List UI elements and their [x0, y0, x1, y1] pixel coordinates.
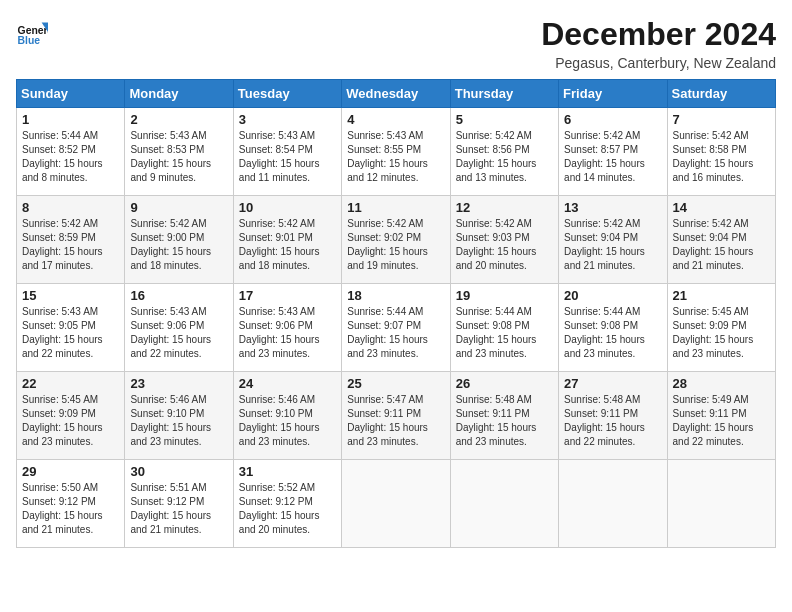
calendar-day-cell: 30Sunrise: 5:51 AMSunset: 9:12 PMDayligh…: [125, 460, 233, 548]
calendar-week-row: 29Sunrise: 5:50 AMSunset: 9:12 PMDayligh…: [17, 460, 776, 548]
day-number: 7: [673, 112, 770, 127]
day-number: 20: [564, 288, 661, 303]
day-number: 28: [673, 376, 770, 391]
calendar-day-cell: 17Sunrise: 5:43 AMSunset: 9:06 PMDayligh…: [233, 284, 341, 372]
day-number: 17: [239, 288, 336, 303]
day-number: 10: [239, 200, 336, 215]
weekday-header: Friday: [559, 80, 667, 108]
day-number: 26: [456, 376, 553, 391]
calendar-day-cell: 24Sunrise: 5:46 AMSunset: 9:10 PMDayligh…: [233, 372, 341, 460]
weekday-header: Monday: [125, 80, 233, 108]
day-info: Sunrise: 5:44 AMSunset: 9:07 PMDaylight:…: [347, 305, 444, 361]
calendar-day-cell: [342, 460, 450, 548]
day-number: 19: [456, 288, 553, 303]
day-info: Sunrise: 5:44 AMSunset: 9:08 PMDaylight:…: [564, 305, 661, 361]
calendar-day-cell: 4Sunrise: 5:43 AMSunset: 8:55 PMDaylight…: [342, 108, 450, 196]
day-info: Sunrise: 5:49 AMSunset: 9:11 PMDaylight:…: [673, 393, 770, 449]
day-number: 6: [564, 112, 661, 127]
day-info: Sunrise: 5:42 AMSunset: 8:58 PMDaylight:…: [673, 129, 770, 185]
day-info: Sunrise: 5:43 AMSunset: 9:05 PMDaylight:…: [22, 305, 119, 361]
day-number: 1: [22, 112, 119, 127]
day-number: 18: [347, 288, 444, 303]
calendar-day-cell: 28Sunrise: 5:49 AMSunset: 9:11 PMDayligh…: [667, 372, 775, 460]
day-info: Sunrise: 5:46 AMSunset: 9:10 PMDaylight:…: [239, 393, 336, 449]
day-info: Sunrise: 5:42 AMSunset: 9:02 PMDaylight:…: [347, 217, 444, 273]
day-info: Sunrise: 5:45 AMSunset: 9:09 PMDaylight:…: [22, 393, 119, 449]
day-info: Sunrise: 5:42 AMSunset: 9:04 PMDaylight:…: [564, 217, 661, 273]
day-number: 14: [673, 200, 770, 215]
weekday-header: Sunday: [17, 80, 125, 108]
calendar-day-cell: 19Sunrise: 5:44 AMSunset: 9:08 PMDayligh…: [450, 284, 558, 372]
day-info: Sunrise: 5:42 AMSunset: 8:56 PMDaylight:…: [456, 129, 553, 185]
day-info: Sunrise: 5:43 AMSunset: 8:54 PMDaylight:…: [239, 129, 336, 185]
calendar-day-cell: 22Sunrise: 5:45 AMSunset: 9:09 PMDayligh…: [17, 372, 125, 460]
title-block: December 2024 Pegasus, Canterbury, New Z…: [541, 16, 776, 71]
calendar-day-cell: 3Sunrise: 5:43 AMSunset: 8:54 PMDaylight…: [233, 108, 341, 196]
calendar-day-cell: 14Sunrise: 5:42 AMSunset: 9:04 PMDayligh…: [667, 196, 775, 284]
calendar-day-cell: 1Sunrise: 5:44 AMSunset: 8:52 PMDaylight…: [17, 108, 125, 196]
calendar-day-cell: 20Sunrise: 5:44 AMSunset: 9:08 PMDayligh…: [559, 284, 667, 372]
logo: General Blue: [16, 16, 48, 48]
calendar-day-cell: [450, 460, 558, 548]
day-info: Sunrise: 5:44 AMSunset: 8:52 PMDaylight:…: [22, 129, 119, 185]
calendar-day-cell: 18Sunrise: 5:44 AMSunset: 9:07 PMDayligh…: [342, 284, 450, 372]
day-info: Sunrise: 5:50 AMSunset: 9:12 PMDaylight:…: [22, 481, 119, 537]
day-number: 24: [239, 376, 336, 391]
calendar-day-cell: 16Sunrise: 5:43 AMSunset: 9:06 PMDayligh…: [125, 284, 233, 372]
day-number: 23: [130, 376, 227, 391]
calendar-day-cell: [667, 460, 775, 548]
day-info: Sunrise: 5:43 AMSunset: 8:55 PMDaylight:…: [347, 129, 444, 185]
calendar-table: SundayMondayTuesdayWednesdayThursdayFrid…: [16, 79, 776, 548]
calendar-day-cell: 9Sunrise: 5:42 AMSunset: 9:00 PMDaylight…: [125, 196, 233, 284]
day-info: Sunrise: 5:42 AMSunset: 8:59 PMDaylight:…: [22, 217, 119, 273]
day-number: 9: [130, 200, 227, 215]
calendar-week-row: 22Sunrise: 5:45 AMSunset: 9:09 PMDayligh…: [17, 372, 776, 460]
day-number: 4: [347, 112, 444, 127]
calendar-day-cell: 13Sunrise: 5:42 AMSunset: 9:04 PMDayligh…: [559, 196, 667, 284]
day-number: 29: [22, 464, 119, 479]
svg-text:Blue: Blue: [18, 35, 41, 46]
day-info: Sunrise: 5:42 AMSunset: 9:04 PMDaylight:…: [673, 217, 770, 273]
calendar-week-row: 1Sunrise: 5:44 AMSunset: 8:52 PMDaylight…: [17, 108, 776, 196]
calendar-day-cell: 21Sunrise: 5:45 AMSunset: 9:09 PMDayligh…: [667, 284, 775, 372]
calendar-day-cell: 31Sunrise: 5:52 AMSunset: 9:12 PMDayligh…: [233, 460, 341, 548]
month-title: December 2024: [541, 16, 776, 53]
calendar-day-cell: 2Sunrise: 5:43 AMSunset: 8:53 PMDaylight…: [125, 108, 233, 196]
logo-icon: General Blue: [16, 16, 48, 48]
calendar-day-cell: 11Sunrise: 5:42 AMSunset: 9:02 PMDayligh…: [342, 196, 450, 284]
calendar-week-row: 15Sunrise: 5:43 AMSunset: 9:05 PMDayligh…: [17, 284, 776, 372]
calendar-day-cell: 27Sunrise: 5:48 AMSunset: 9:11 PMDayligh…: [559, 372, 667, 460]
location: Pegasus, Canterbury, New Zealand: [541, 55, 776, 71]
day-number: 25: [347, 376, 444, 391]
day-number: 5: [456, 112, 553, 127]
day-info: Sunrise: 5:43 AMSunset: 9:06 PMDaylight:…: [130, 305, 227, 361]
day-info: Sunrise: 5:42 AMSunset: 9:03 PMDaylight:…: [456, 217, 553, 273]
weekday-header: Thursday: [450, 80, 558, 108]
day-info: Sunrise: 5:46 AMSunset: 9:10 PMDaylight:…: [130, 393, 227, 449]
day-number: 2: [130, 112, 227, 127]
day-info: Sunrise: 5:51 AMSunset: 9:12 PMDaylight:…: [130, 481, 227, 537]
calendar-day-cell: 8Sunrise: 5:42 AMSunset: 8:59 PMDaylight…: [17, 196, 125, 284]
day-info: Sunrise: 5:48 AMSunset: 9:11 PMDaylight:…: [456, 393, 553, 449]
day-number: 30: [130, 464, 227, 479]
calendar-day-cell: 26Sunrise: 5:48 AMSunset: 9:11 PMDayligh…: [450, 372, 558, 460]
calendar-day-cell: 10Sunrise: 5:42 AMSunset: 9:01 PMDayligh…: [233, 196, 341, 284]
day-number: 27: [564, 376, 661, 391]
calendar-day-cell: 25Sunrise: 5:47 AMSunset: 9:11 PMDayligh…: [342, 372, 450, 460]
calendar-day-cell: [559, 460, 667, 548]
weekday-header-row: SundayMondayTuesdayWednesdayThursdayFrid…: [17, 80, 776, 108]
calendar-day-cell: 7Sunrise: 5:42 AMSunset: 8:58 PMDaylight…: [667, 108, 775, 196]
calendar-day-cell: 23Sunrise: 5:46 AMSunset: 9:10 PMDayligh…: [125, 372, 233, 460]
day-info: Sunrise: 5:44 AMSunset: 9:08 PMDaylight:…: [456, 305, 553, 361]
day-info: Sunrise: 5:42 AMSunset: 9:00 PMDaylight:…: [130, 217, 227, 273]
day-info: Sunrise: 5:42 AMSunset: 9:01 PMDaylight:…: [239, 217, 336, 273]
day-number: 22: [22, 376, 119, 391]
day-info: Sunrise: 5:47 AMSunset: 9:11 PMDaylight:…: [347, 393, 444, 449]
day-number: 21: [673, 288, 770, 303]
day-info: Sunrise: 5:45 AMSunset: 9:09 PMDaylight:…: [673, 305, 770, 361]
calendar-day-cell: 29Sunrise: 5:50 AMSunset: 9:12 PMDayligh…: [17, 460, 125, 548]
day-number: 31: [239, 464, 336, 479]
day-number: 8: [22, 200, 119, 215]
day-info: Sunrise: 5:42 AMSunset: 8:57 PMDaylight:…: [564, 129, 661, 185]
day-number: 12: [456, 200, 553, 215]
